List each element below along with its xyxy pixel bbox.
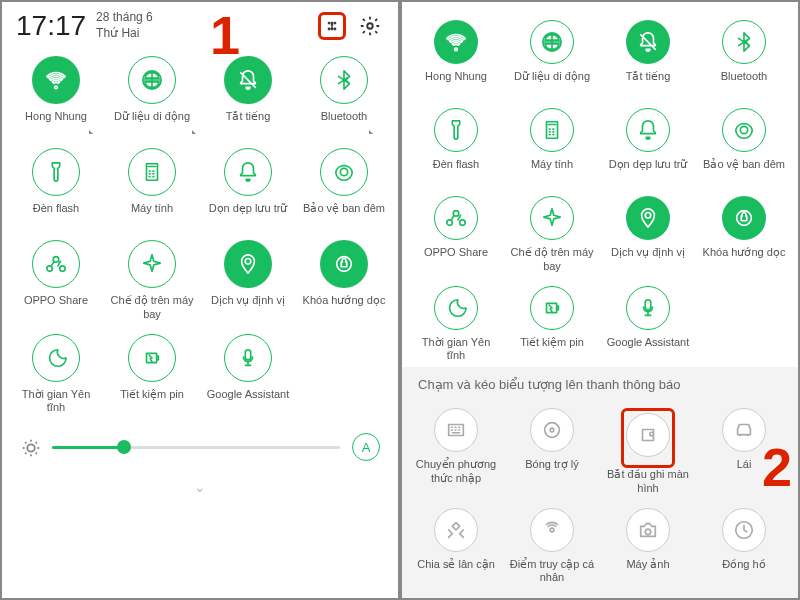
tile-record[interactable]: Bắt đầu ghi màn hình (600, 404, 696, 500)
tile-label: OPPO Share (24, 294, 88, 320)
tile-keyboard[interactable]: Chuyển phương thức nhập (408, 404, 504, 500)
tile-mic[interactable]: Google Assistant (200, 330, 296, 420)
tile-label: Tiết kiệm pin (520, 336, 584, 362)
tile-share[interactable]: OPPO Share (8, 236, 104, 326)
tile-label: Hong Nhung (425, 70, 487, 96)
tile-label: Tiết kiệm pin (120, 388, 184, 414)
auto-brightness-toggle[interactable]: A (352, 433, 380, 461)
moon-icon (32, 334, 80, 382)
tile-label: Chuyển phương thức nhập (412, 458, 500, 486)
tile-eye-care[interactable]: Bảo vệ ban đêm (696, 104, 792, 188)
tile-bell-off[interactable]: Tắt tiếng (600, 16, 696, 100)
tile-label: Máy tính (531, 158, 573, 184)
tile-label: Bảo vệ ban đêm (703, 158, 785, 184)
tile-calculator[interactable]: Máy tính (104, 144, 200, 232)
tiles-grid-left: Hong NhungDữ liệu di độngTắt tiếngBlueto… (2, 46, 398, 419)
camera-icon (626, 508, 670, 552)
tile-label: Dịch vụ định vị (211, 294, 285, 320)
section-title: Chạm và kéo biểu tượng lên thanh thông b… (402, 367, 798, 398)
tile-label: Google Assistant (207, 388, 290, 414)
tile-airplane[interactable]: Chế độ trên máy bay (104, 236, 200, 326)
hotspot-icon (530, 508, 574, 552)
airplane-icon (530, 196, 574, 240)
tile-share[interactable]: OPPO Share (408, 192, 504, 278)
tile-label: Điểm truy cập cá nhân (508, 558, 596, 586)
svg-point-2 (334, 22, 336, 24)
tile-label: Tắt tiếng (626, 70, 671, 96)
status-bar: 17:17 28 tháng 6 Thứ Hai (2, 2, 398, 46)
location-icon (626, 196, 670, 240)
drag-handle[interactable]: ⌄ (2, 475, 398, 499)
tile-hotspot[interactable]: Điểm truy cập cá nhân (504, 504, 600, 590)
tile-battery[interactable]: Tiết kiệm pin (104, 330, 200, 420)
brightness-icon (20, 437, 40, 457)
bell-icon (224, 148, 272, 196)
battery-icon (530, 286, 574, 330)
tile-clock[interactable]: Đồng hồ (696, 504, 792, 590)
car-icon (722, 408, 766, 452)
tile-label: Bluetooth (321, 110, 367, 136)
tile-wifi[interactable]: Hong Nhung (408, 16, 504, 100)
tile-label: Tắt tiếng (226, 110, 271, 136)
tile-label: Dọn dẹp lưu trữ (609, 158, 688, 184)
available-tiles-section: Chạm và kéo biểu tượng lên thanh thông b… (402, 367, 798, 598)
tile-bluetooth[interactable]: Bluetooth (696, 16, 792, 100)
share-icon (434, 196, 478, 240)
tile-location[interactable]: Dịch vụ định vị (600, 192, 696, 278)
tile-bluetooth[interactable]: Bluetooth (296, 52, 392, 140)
brightness-slider[interactable] (52, 446, 340, 449)
tile-label: Đèn flash (33, 202, 79, 228)
calculator-icon (128, 148, 176, 196)
eye-care-icon (320, 148, 368, 196)
bell-icon (626, 108, 670, 152)
date: 28 tháng 6 Thứ Hai (96, 10, 153, 41)
bluetooth-icon (722, 20, 766, 64)
circle-dot-icon (530, 408, 574, 452)
tile-nearby[interactable]: Chia sẻ lân cận (408, 504, 504, 590)
tile-bell[interactable]: Dọn dẹp lưu trữ (600, 104, 696, 188)
callout-marker-1: 1 (210, 4, 240, 66)
tile-location[interactable]: Dịch vụ định vị (200, 236, 296, 326)
tile-label: Đồng hồ (722, 558, 765, 584)
tile-bell[interactable]: Dọn dẹp lưu trữ (200, 144, 296, 232)
tile-circle-dot[interactable]: Bóng trợ lý (504, 404, 600, 500)
tile-label: Chế độ trên máy bay (108, 294, 196, 322)
tile-flashlight[interactable]: Đèn flash (408, 104, 504, 188)
settings-button[interactable] (356, 12, 384, 40)
tile-wifi[interactable]: Hong Nhung (8, 52, 104, 140)
globe-icon (530, 20, 574, 64)
tile-lock-rotation[interactable]: Khóa hướng dọc (696, 192, 792, 278)
tile-lock-rotation[interactable]: Khóa hướng dọc (296, 236, 392, 326)
tile-label: Bảo vệ ban đêm (303, 202, 385, 228)
wifi-icon (434, 20, 478, 64)
tile-calculator[interactable]: Máy tính (504, 104, 600, 188)
tiles-grid-right-bottom: Chuyển phương thức nhậpBóng trợ lýBắt đầ… (402, 398, 798, 589)
callout-marker-2: 2 (762, 436, 792, 498)
clock-icon (722, 508, 766, 552)
tile-label: Khóa hướng dọc (303, 294, 386, 320)
lock-rotation-icon (320, 240, 368, 288)
calculator-icon (530, 108, 574, 152)
tile-airplane[interactable]: Chế độ trên máy bay (504, 192, 600, 278)
clock: 17:17 (16, 10, 86, 42)
svg-point-0 (328, 22, 330, 24)
tile-moon[interactable]: Thời gian Yên tĩnh (8, 330, 104, 420)
tile-globe[interactable]: Dữ liệu di động (504, 16, 600, 100)
tile-battery[interactable]: Tiết kiệm pin (504, 282, 600, 368)
tile-label: Dịch vụ định vị (611, 246, 685, 272)
tile-camera[interactable]: Máy ảnh (600, 504, 696, 590)
tile-label: Máy ảnh (626, 558, 669, 584)
eye-care-icon (722, 108, 766, 152)
edit-tiles-button[interactable] (318, 12, 346, 40)
tile-label: Google Assistant (607, 336, 690, 362)
globe-icon (128, 56, 176, 104)
date-line2: Thứ Hai (96, 26, 153, 42)
tile-globe[interactable]: Dữ liệu di động (104, 52, 200, 140)
tile-eye-care[interactable]: Bảo vệ ban đêm (296, 144, 392, 232)
tile-label: Thời gian Yên tĩnh (412, 336, 500, 364)
tile-moon[interactable]: Thời gian Yên tĩnh (408, 282, 504, 368)
brightness-slider-row: A (2, 419, 398, 475)
tile-mic[interactable]: Google Assistant (600, 282, 696, 368)
tile-flashlight[interactable]: Đèn flash (8, 144, 104, 232)
lock-rotation-icon (722, 196, 766, 240)
